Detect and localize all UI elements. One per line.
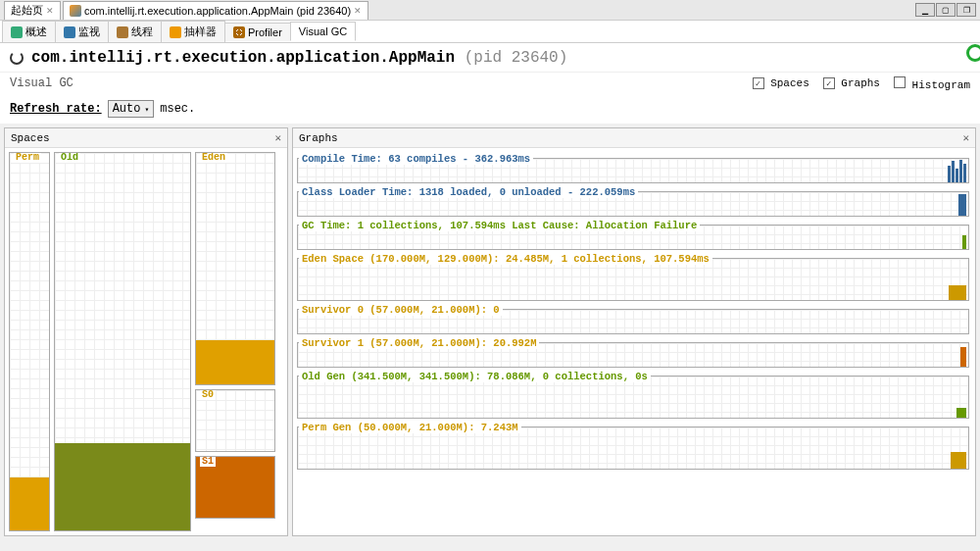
panels-container: Spaces ✕ Perm Old Eden xyxy=(0,124,980,540)
spaces-panel: Spaces ✕ Perm Old Eden xyxy=(4,127,288,536)
panel-header: Spaces ✕ xyxy=(5,128,287,148)
graph-title: Compile Time: 63 compiles - 362.963ms xyxy=(299,153,533,165)
config-row: Visual GC Spaces Graphs Histogram xyxy=(0,73,980,94)
checkbox-histogram[interactable]: Histogram xyxy=(894,76,970,91)
graph-survivor-0: Survivor 0 (57.000M, 21.000M): 0 xyxy=(297,303,969,334)
checkbox-label: Spaces xyxy=(770,77,809,89)
space-perm: Perm xyxy=(9,152,50,531)
minimize-button[interactable]: ▁ xyxy=(915,3,935,17)
tab-sampler[interactable]: 抽样器 xyxy=(161,21,225,42)
refresh-unit: msec. xyxy=(160,102,195,116)
checkbox-graphs[interactable]: Graphs xyxy=(823,77,880,90)
checkbox-label: Graphs xyxy=(841,77,880,89)
space-fill-old xyxy=(55,443,190,530)
maximize-button[interactable]: ▢ xyxy=(936,3,956,17)
tab-profiler[interactable]: Profiler xyxy=(224,23,291,41)
title-main: com.intellij.rt.execution.application.Ap… xyxy=(31,49,455,67)
checkbox-icon xyxy=(823,77,835,89)
space-eden: Eden xyxy=(195,152,275,385)
graph-title: Perm Gen (50.000M, 21.000M): 7.243M xyxy=(299,422,521,433)
document-tabs: 起始页 ✕ com.intellij.rt.execution.applicat… xyxy=(0,0,980,21)
tab-label: com.intellij.rt.execution.application.Ap… xyxy=(84,5,351,17)
graph-eden-space: Eden Space (170.000M, 129.000M): 24.485M… xyxy=(297,252,969,301)
graph-old-gen: Old Gen (341.500M, 341.500M): 78.086M, 0… xyxy=(297,370,969,419)
graph-gc-time: GC Time: 1 collections, 107.594ms Last C… xyxy=(297,219,969,250)
tab-monitor[interactable]: 监视 xyxy=(55,21,109,42)
dropdown-value: Auto xyxy=(113,102,141,116)
graph-title: Survivor 0 (57.000M, 21.000M): 0 xyxy=(299,304,503,316)
graph-title: Class Loader Time: 1318 loaded, 0 unload… xyxy=(299,186,638,198)
tab-label: Profiler xyxy=(248,26,282,38)
overview-icon xyxy=(11,26,23,38)
space-label: S1 xyxy=(200,456,216,467)
chevron-down-icon: ▾ xyxy=(144,105,149,114)
graph-title: Survivor 1 (57.000M, 21.000M): 20.992M xyxy=(299,337,539,349)
tab-label: Visual GC xyxy=(299,25,347,37)
tab-appmain[interactable]: com.intellij.rt.execution.application.Ap… xyxy=(63,1,368,20)
graph-perm-gen: Perm Gen (50.000M, 21.000M): 7.243M xyxy=(297,421,969,470)
monitor-icon xyxy=(64,26,75,38)
profiler-icon xyxy=(233,26,245,38)
spaces-body: Perm Old Eden S0 S1 xyxy=(5,148,287,535)
checkbox-icon xyxy=(753,77,764,89)
tab-label: 线程 xyxy=(131,25,153,39)
checkbox-label: Histogram xyxy=(912,79,970,91)
refresh-icon[interactable] xyxy=(10,51,24,65)
refresh-dropdown[interactable]: Auto ▾ xyxy=(108,100,155,118)
tab-label: 监视 xyxy=(78,25,100,39)
graph-class-loader: Class Loader Time: 1318 loaded, 0 unload… xyxy=(297,185,969,217)
java-icon xyxy=(70,5,81,17)
tab-label: 概述 xyxy=(25,25,47,39)
view-tabs: 概述 监视 线程 抽样器 Profiler Visual GC xyxy=(0,21,980,43)
checkbox-icon xyxy=(894,76,906,88)
space-fill-perm xyxy=(10,477,49,530)
tab-label: 起始页 xyxy=(11,3,43,18)
graphs-panel: Graphs ✕ Compile Time: 63 compiles - 362… xyxy=(292,127,976,536)
restore-button[interactable]: ❐ xyxy=(956,3,976,17)
graph-title: GC Time: 1 collections, 107.594ms Last C… xyxy=(299,220,700,231)
graph-survivor-1: Survivor 1 (57.000M, 21.000M): 20.992M xyxy=(297,336,969,368)
close-icon[interactable]: ✕ xyxy=(274,131,281,144)
refresh-row: Refresh rate: Auto ▾ msec. xyxy=(0,94,980,124)
page-title: com.intellij.rt.execution.application.Ap… xyxy=(31,49,567,67)
graphs-body: Compile Time: 63 compiles - 362.963ms Cl… xyxy=(293,148,975,535)
checkbox-spaces[interactable]: Spaces xyxy=(753,77,809,90)
title-bar: com.intellij.rt.execution.application.Ap… xyxy=(0,43,980,73)
graph-title: Eden Space (170.000M, 129.000M): 24.485M… xyxy=(299,253,712,265)
space-s1: S1 xyxy=(195,456,275,519)
threads-icon xyxy=(117,26,128,38)
graph-title: Old Gen (341.500M, 341.500M): 78.086M, 0… xyxy=(299,371,651,382)
panel-title: Spaces xyxy=(11,132,50,144)
panel-name: Visual GC xyxy=(10,76,74,90)
tab-start-page[interactable]: 起始页 ✕ xyxy=(4,1,61,20)
tab-threads[interactable]: 线程 xyxy=(108,21,162,42)
space-fill-eden xyxy=(196,340,274,384)
space-label: S0 xyxy=(200,389,216,400)
graph-compile-time: Compile Time: 63 compiles - 362.963ms xyxy=(297,152,969,183)
panel-header: Graphs ✕ xyxy=(293,128,975,148)
accent-icon xyxy=(966,44,980,62)
space-old: Old xyxy=(54,152,191,531)
tab-label: 抽样器 xyxy=(184,25,217,39)
space-label: Old xyxy=(59,152,80,163)
sampler-icon xyxy=(170,26,181,38)
title-pid: (pid 23640) xyxy=(465,49,568,67)
close-icon[interactable]: ✕ xyxy=(354,6,362,16)
tab-overview[interactable]: 概述 xyxy=(2,21,56,42)
panel-title: Graphs xyxy=(299,132,338,144)
close-icon[interactable]: ✕ xyxy=(962,131,969,144)
close-icon[interactable]: ✕ xyxy=(46,6,54,16)
tab-visual-gc[interactable]: Visual GC xyxy=(290,22,356,41)
space-label: Eden xyxy=(200,152,227,163)
space-s0: S0 xyxy=(195,389,275,452)
window-controls: ▁ ▢ ❐ xyxy=(915,3,976,17)
refresh-label: Refresh rate: xyxy=(10,102,102,116)
space-label: Perm xyxy=(14,152,41,163)
